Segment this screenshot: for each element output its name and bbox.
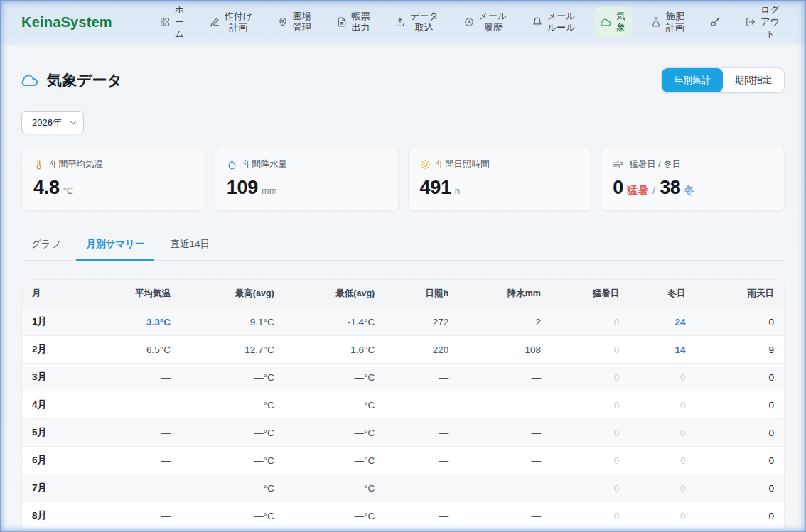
tab-monthly[interactable]: 月別サマリー: [76, 232, 154, 261]
table-cell: —°C: [284, 447, 385, 474]
table-cell: —°C: [284, 391, 385, 419]
table-cell: 9: [696, 336, 784, 364]
toggle-yearly-button[interactable]: 年別集計: [662, 68, 723, 92]
bell-icon: [532, 17, 542, 27]
table-cell: 108: [458, 336, 551, 364]
nav-item-field-mgmt[interactable]: 圃場 管理: [272, 6, 318, 39]
droplets-icon: [227, 159, 237, 170]
table-cell: 2: [458, 308, 551, 336]
column-header: 雨天日: [696, 280, 784, 308]
table-cell: —: [100, 474, 181, 502]
table-cell: 0: [696, 391, 784, 419]
table-cell: —°C: [181, 502, 284, 530]
stat-label-text: 猛暑日 / 冬日: [629, 158, 681, 170]
table-cell: 9月: [22, 530, 100, 532]
logout-icon: [746, 17, 756, 27]
table-row: 5月——°C—°C——000: [22, 419, 784, 447]
table-cell: —: [385, 530, 458, 532]
nav-item-label: メール 履歴: [479, 11, 507, 35]
table-cell: —: [100, 530, 181, 532]
brand-logo[interactable]: KeinaSystem: [21, 14, 112, 31]
upload-icon: [395, 17, 405, 27]
key-icon: [710, 17, 721, 28]
tab-last14[interactable]: 直近14日: [160, 232, 220, 261]
stat-label-text: 年間降水量: [243, 158, 288, 170]
table-cell: 0: [551, 364, 629, 391]
table-cell: 0: [696, 364, 784, 391]
tab-graph[interactable]: グラフ: [21, 232, 70, 261]
thermometer-icon: [33, 159, 44, 170]
table-row: 9月——°C—°C——000: [22, 530, 784, 532]
stat-card-annual-sunshine: 年間日照時間491h: [408, 148, 592, 211]
table-cell: —: [100, 419, 181, 447]
nav-item-api-key[interactable]: [704, 13, 727, 32]
stat-label-text: 年間日照時間: [436, 158, 490, 170]
nav-item-label: メール ルール: [547, 11, 576, 35]
table-cell: —: [100, 391, 181, 419]
toggle-period-button[interactable]: 期間指定: [723, 68, 784, 92]
monthly-summary-table: 月平均気温最高(avg)最低(avg)日照h降水mm猛暑日冬日雨天日 1月3.3…: [22, 280, 784, 532]
stat-unit: h: [455, 185, 460, 196]
nav-item-mail-history[interactable]: メール 履歴: [458, 6, 514, 39]
table-cell: —: [458, 474, 551, 502]
nav-item-label: ログ アウ ト: [761, 4, 780, 40]
table-cell: —: [458, 391, 551, 419]
stat-part-hot: 猛暑: [627, 184, 648, 197]
column-header: 冬日: [629, 280, 695, 308]
stat-card-label: 年間降水量: [227, 158, 387, 170]
nav-item-logout[interactable]: ログ アウ ト: [739, 0, 786, 45]
page-title: 気象データ: [21, 70, 122, 90]
nav-item-data-import[interactable]: データ 取込: [389, 6, 445, 39]
table-cell: 5月: [22, 419, 100, 447]
table-cell: 12.7°C: [181, 336, 284, 364]
nav-item-label: 施肥 計画: [666, 11, 684, 35]
table-cell: —°C: [284, 530, 385, 532]
nav-item-mail-rules[interactable]: メール ルール: [526, 6, 582, 39]
table-cell: 24: [629, 308, 695, 336]
nav-item-weather[interactable]: 気 象: [594, 6, 632, 39]
table-cell: 8月: [22, 502, 100, 530]
table-row: 1月3.3°C9.1°C-1.4°C27220240: [22, 308, 784, 336]
table-cell: —°C: [284, 364, 385, 391]
stat-card-annual-avg-temp: 年間平均気温4.8°C: [21, 148, 205, 211]
year-select-row: 2026年: [21, 111, 785, 134]
table-cell: 0: [696, 530, 784, 532]
year-select[interactable]: 2026年: [21, 111, 84, 134]
nav-item-label: データ 取込: [410, 11, 439, 35]
table-cell: —: [385, 419, 458, 447]
table-cell: —°C: [181, 474, 284, 502]
column-header: 最低(avg): [284, 280, 385, 308]
stat-card-annual-rainfall: 年間降水量109mm: [215, 148, 399, 211]
nav-item-planting-plan[interactable]: 作付け 計画: [203, 6, 259, 39]
table-cell: 6.5°C: [100, 336, 181, 364]
stat-unit: mm: [262, 185, 277, 196]
map-pin-icon: [278, 17, 288, 27]
stat-part-big: 0: [613, 177, 623, 199]
table-cell: —: [458, 502, 551, 530]
column-header: 平均気温: [100, 280, 181, 308]
stat-value: 491: [420, 177, 451, 199]
column-header: 猛暑日: [551, 280, 629, 308]
table-cell: 1.6°C: [284, 336, 385, 364]
stat-card-label: 猛暑日 / 冬日: [613, 158, 773, 170]
table-cell: —: [458, 419, 551, 447]
table-cell: —°C: [284, 502, 385, 530]
table-cell: —: [458, 364, 551, 391]
table-cell: —°C: [181, 447, 284, 474]
planting-icon: [210, 17, 220, 27]
flask-icon: [651, 17, 661, 27]
nav-item-fertilizer-plan[interactable]: 施肥 計画: [645, 6, 691, 39]
table-cell: 0: [551, 336, 629, 364]
stat-card-hot-winter-days: 猛暑日 / 冬日0猛暑/38冬: [601, 148, 785, 211]
table-cell: —: [100, 447, 181, 474]
table-cell: 9.1°C: [181, 308, 284, 336]
table-cell: 0: [551, 530, 629, 532]
nav-item-home[interactable]: ホ ー ム: [154, 0, 190, 45]
tab-bar: グラフ月別サマリー直近14日: [21, 232, 785, 261]
table-row: 3月——°C—°C——000: [22, 364, 784, 391]
table-cell: 3.3°C: [100, 308, 181, 336]
table-cell: —: [458, 447, 551, 474]
table-cell: 0: [696, 502, 784, 530]
stat-card-label: 年間平均気温: [33, 158, 193, 170]
nav-item-report-output[interactable]: 帳票 出力: [331, 6, 377, 39]
